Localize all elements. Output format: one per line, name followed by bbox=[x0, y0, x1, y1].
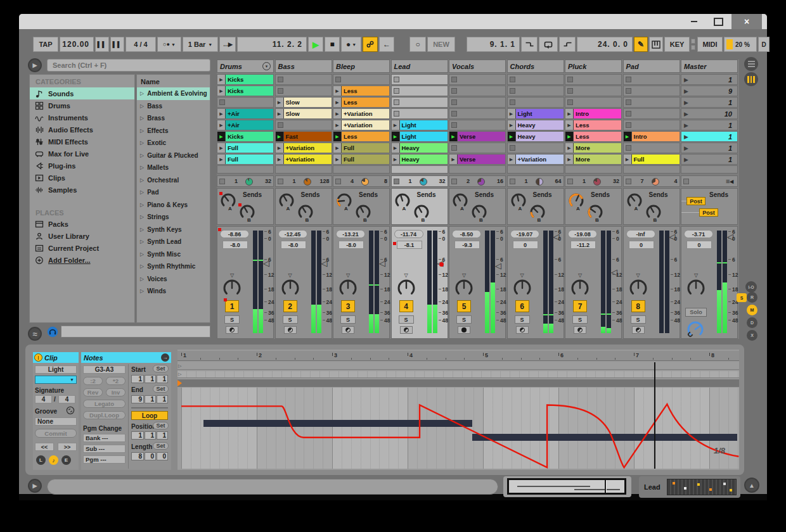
loop-start-field[interactable]: 9. 1. 1 bbox=[467, 37, 520, 52]
clip-slot[interactable]: ▶Light bbox=[391, 120, 448, 130]
volume-field[interactable]: -11.2 bbox=[570, 241, 596, 249]
stop-all-clips-button[interactable]: ≡◂ bbox=[726, 177, 733, 186]
track-routing-icon[interactable]: ▼ bbox=[262, 62, 271, 70]
set-start-button[interactable]: Set bbox=[153, 365, 169, 372]
clip-stop-button[interactable] bbox=[626, 77, 631, 82]
clip-play-icon[interactable]: ▶ bbox=[508, 109, 516, 118]
solo-button[interactable]: S bbox=[283, 315, 298, 324]
clip-slot[interactable]: ▶Intro bbox=[623, 131, 680, 142]
clip-slot[interactable] bbox=[507, 97, 564, 108]
clip-slot[interactable]: ▶+Air bbox=[217, 120, 274, 130]
clip-name[interactable]: Kicks bbox=[226, 132, 273, 141]
clip-stop-button[interactable] bbox=[567, 77, 573, 82]
peak-level-display[interactable]: -12.45 bbox=[278, 230, 307, 238]
arm-record-button[interactable] bbox=[400, 326, 413, 334]
clip-stop-button[interactable] bbox=[510, 77, 515, 82]
disclosure-triangle-icon[interactable]: ▷ bbox=[140, 128, 144, 134]
sidebar-item-instruments[interactable]: Instruments bbox=[30, 111, 134, 124]
clip-name-field[interactable]: Light bbox=[35, 365, 77, 374]
places-item-user-library[interactable]: User Library bbox=[30, 230, 134, 242]
clip-play-icon[interactable]: ▶ bbox=[565, 120, 574, 130]
clip-name[interactable]: +Variation bbox=[284, 143, 332, 153]
preview-scrub-bar[interactable] bbox=[61, 326, 210, 338]
clip-stop-button[interactable] bbox=[451, 145, 457, 151]
legato-button[interactable]: Legato bbox=[83, 400, 126, 408]
clip-name[interactable]: Light bbox=[400, 120, 448, 130]
clip-slot[interactable] bbox=[565, 86, 622, 96]
clip-play-icon[interactable]: ▶ bbox=[276, 109, 284, 118]
scene-slot[interactable]: ▶1 bbox=[681, 97, 738, 108]
disk-overload-button[interactable]: D bbox=[758, 37, 770, 52]
end-bar-field[interactable]: 9 bbox=[131, 395, 144, 403]
draw-mode-button[interactable]: ✎ bbox=[634, 37, 648, 52]
volume-field[interactable]: -8.0 bbox=[338, 241, 364, 249]
sidebar-item-plug-ins[interactable]: Plug-ins bbox=[30, 160, 134, 172]
clip-name[interactable]: Intro bbox=[632, 132, 680, 141]
scene-play-icon[interactable]: ▶ bbox=[684, 145, 688, 151]
clip-slot[interactable] bbox=[449, 74, 506, 85]
show-device-toggle[interactable]: D bbox=[747, 317, 757, 328]
clip-stop-button[interactable] bbox=[394, 179, 399, 184]
clip-play-icon[interactable]: ▶ bbox=[217, 75, 226, 84]
clip-slot[interactable] bbox=[449, 120, 506, 130]
disclosure-triangle-icon[interactable]: ▷ bbox=[140, 239, 144, 244]
midi-map-button[interactable]: MIDI bbox=[697, 37, 723, 52]
clip-play-icon-playing[interactable]: ▶ bbox=[392, 132, 400, 141]
scene-play-icon[interactable]: ▶ bbox=[684, 122, 688, 129]
clip-slot[interactable]: ▶Heavy bbox=[507, 120, 564, 130]
clip-play-icon[interactable]: ▶ bbox=[276, 98, 284, 107]
clip-play-icon-playing[interactable]: ▶ bbox=[333, 132, 342, 141]
clip-name[interactable]: Light bbox=[516, 109, 564, 118]
clip-slot[interactable] bbox=[623, 142, 680, 153]
clip-slot[interactable]: ▶+Variation bbox=[333, 120, 390, 130]
search-input[interactable]: Search (Ctrl + F) bbox=[47, 59, 210, 72]
browser-list-item[interactable]: ▷Synth Keys bbox=[137, 224, 210, 236]
next-clip-button[interactable]: >> bbox=[58, 443, 77, 451]
clip-play-icon-playing[interactable]: ▶ bbox=[624, 132, 632, 141]
clip-name[interactable]: Less bbox=[342, 98, 389, 107]
volume-field[interactable]: -9.3 bbox=[454, 241, 480, 249]
clip-name[interactable]: Full bbox=[632, 155, 680, 164]
nudge-down-button[interactable]: ▌▌ bbox=[95, 37, 109, 52]
browser-list-item[interactable]: ▷Pad bbox=[137, 186, 210, 199]
clip-stop-button[interactable] bbox=[567, 179, 573, 184]
browser-list-item[interactable]: ▷Orchestral bbox=[137, 174, 210, 187]
track-activator-button[interactable]: 2 bbox=[283, 300, 297, 312]
punch-out-button[interactable] bbox=[559, 37, 576, 52]
clip-play-icon[interactable]: ▶ bbox=[565, 109, 574, 118]
track-activator-button[interactable]: 8 bbox=[631, 300, 645, 312]
clip-slot[interactable]: ▶+Variation bbox=[275, 142, 332, 153]
set-end-button[interactable]: Set bbox=[153, 385, 169, 393]
clip-stop-button[interactable] bbox=[278, 88, 283, 94]
pan-knob[interactable] bbox=[281, 279, 300, 298]
hot-swap-button[interactable]: ≈ bbox=[28, 327, 42, 341]
clip-slot[interactable] bbox=[507, 74, 564, 85]
clip-slot[interactable]: ▶+Variation bbox=[507, 154, 564, 165]
clip-play-icon[interactable]: ▶ bbox=[392, 155, 400, 164]
scene-slot[interactable]: ▶1 bbox=[681, 74, 738, 85]
disclosure-triangle-icon[interactable]: ▷ bbox=[140, 276, 144, 282]
track-header[interactable]: Pluck bbox=[565, 60, 622, 73]
sidebar-item-clips[interactable]: Clips bbox=[30, 172, 134, 184]
info-view-toggle[interactable]: ▶ bbox=[28, 479, 42, 493]
browser-list-item[interactable]: ▷Brass bbox=[137, 112, 210, 125]
launch-tab-button[interactable]: L bbox=[36, 455, 46, 465]
halve-time-button[interactable]: :2 bbox=[83, 377, 103, 385]
start-bar-field[interactable]: 1 bbox=[131, 375, 144, 383]
clip-slot[interactable] bbox=[333, 74, 390, 85]
clip-slot[interactable]: ▶Slow bbox=[275, 97, 332, 108]
track-header[interactable]: Bleep bbox=[333, 60, 390, 73]
clip-stop-button[interactable] bbox=[394, 99, 399, 105]
clip-stop-button[interactable] bbox=[626, 88, 631, 94]
clip-slot[interactable]: ▶Full bbox=[217, 142, 274, 153]
places-item-add-folder-[interactable]: Add Folder... bbox=[30, 254, 134, 266]
browser-list-item[interactable]: ▷Guitar & Plucked bbox=[137, 149, 210, 162]
clip-play-icon[interactable]: ▶ bbox=[276, 143, 284, 153]
clip-slot[interactable] bbox=[565, 74, 622, 85]
end-sixteenth-field[interactable]: 1 bbox=[157, 395, 168, 403]
track-activator-button[interactable]: 3 bbox=[341, 300, 355, 312]
volume-field[interactable]: 0 bbox=[686, 241, 712, 249]
browser-list-item[interactable]: ▷Synth Lead bbox=[137, 236, 210, 248]
envelopes-tab-button[interactable]: E bbox=[61, 455, 71, 465]
solo-button[interactable]: S bbox=[631, 315, 646, 324]
